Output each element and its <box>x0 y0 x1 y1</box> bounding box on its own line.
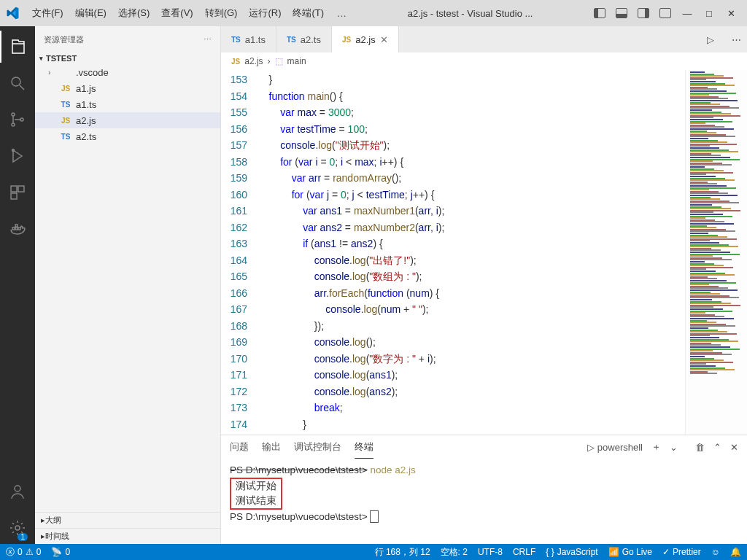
panel-tab-terminal[interactable]: 终端 <box>355 436 374 459</box>
svg-point-3 <box>20 118 23 121</box>
js-file-icon: JS <box>60 117 71 125</box>
explorer-sidebar: 资源管理器 ⋯ ▾ TSTEST ›.vscodeJSa1.jsTSa1.tsJ… <box>35 26 221 544</box>
status-bar: ⓧ 0 ⚠ 0 📡 0 行 168，列 12 空格: 2 UTF-8 CRLF … <box>0 544 747 560</box>
layout-left-icon[interactable] <box>589 4 610 22</box>
activity-settings[interactable]: 1 <box>0 512 35 544</box>
svg-rect-5 <box>11 186 17 192</box>
cube-icon: ⬚ <box>275 56 283 66</box>
file-item[interactable]: TSa1.ts <box>35 96 220 112</box>
timeline-section[interactable]: ▸时间线 <box>35 528 220 544</box>
activity-docker[interactable] <box>0 213 35 245</box>
tab-close-icon[interactable]: ✕ <box>380 34 388 45</box>
svg-rect-8 <box>12 228 15 230</box>
window-title: a2.js - tstest - Visual Studio ... <box>354 8 587 19</box>
terminal-highlight-box: 测试开始 测试结束 <box>230 478 282 510</box>
status-cursor[interactable]: 行 168，列 12 <box>375 546 430 559</box>
ts-file-icon: TS <box>60 133 71 141</box>
activity-extensions[interactable] <box>0 176 35 209</box>
sidebar-more-icon[interactable]: ⋯ <box>204 35 212 44</box>
file-item[interactable]: TSa2.ts <box>35 128 220 144</box>
svg-point-13 <box>15 526 20 530</box>
editor-tab[interactable]: TSa1.ts <box>221 26 276 52</box>
window-minimize[interactable]: — <box>677 4 697 22</box>
svg-rect-10 <box>18 228 20 230</box>
title-bar: 文件(F)编辑(E)选择(S)查看(V)转到(G)运行(R)终端(T) … a2… <box>0 0 747 26</box>
status-ports[interactable]: 📡 0 <box>51 547 70 557</box>
ts-file-icon: TS <box>287 36 296 44</box>
menu-overflow[interactable]: … <box>333 8 351 19</box>
svg-point-12 <box>15 486 20 491</box>
settings-badge: 1 <box>18 533 28 541</box>
menu-item[interactable]: 运行(R) <box>243 4 287 23</box>
panel-tab-output[interactable]: 输出 <box>262 436 281 458</box>
file-item[interactable]: JSa2.js <box>35 112 220 128</box>
status-golive[interactable]: 📶 Go Live <box>608 546 652 559</box>
folder-section-header[interactable]: ▾ TSTEST <box>35 52 220 64</box>
svg-rect-9 <box>15 228 18 230</box>
line-gutter: 1531541551561571581591601611621631641651… <box>221 70 258 435</box>
svg-rect-11 <box>15 225 18 227</box>
panel-tab-problems[interactable]: 问题 <box>230 436 249 458</box>
status-errors[interactable]: ⓧ 0 ⚠ 0 <box>6 546 41 559</box>
menu-item[interactable]: 转到(G) <box>199 4 244 23</box>
panel-maximize-icon[interactable]: ⌃ <box>713 442 721 453</box>
layout-custom-icon[interactable] <box>655 4 676 22</box>
terminal-kill-icon[interactable]: 🗑 <box>695 442 705 453</box>
terminal-body[interactable]: PS D:\mysetup\vuecode\tstest> node a2.js… <box>221 459 747 544</box>
vscode-logo-icon <box>6 7 19 20</box>
status-spaces[interactable]: 空格: 2 <box>441 546 468 559</box>
status-language[interactable]: { } JavaScript <box>546 546 597 559</box>
status-bell-icon[interactable]: 🔔 <box>730 546 741 559</box>
activity-bar: 1 <box>0 26 35 544</box>
menu-item[interactable]: 选择(S) <box>112 4 155 23</box>
svg-rect-6 <box>18 186 24 192</box>
status-eol[interactable]: CRLF <box>513 546 535 559</box>
ts-file-icon: TS <box>231 36 241 44</box>
status-prettier[interactable]: ✓ Prettier <box>662 546 701 559</box>
editor-tab[interactable]: TSa2.ts <box>276 26 332 52</box>
menu-item[interactable]: 终端(T) <box>287 4 330 23</box>
bottom-panel: 问题 输出 调试控制台 终端 ▷ powershell ＋ ⌄ 🗑 ⌃ ✕ PS… <box>221 435 747 544</box>
js-file-icon: JS <box>231 58 240 66</box>
editor-tab[interactable]: JSa2.js✕ <box>332 26 399 52</box>
menu-item[interactable]: 查看(V) <box>155 4 198 23</box>
layout-bottom-icon[interactable] <box>611 4 632 22</box>
window-maximize[interactable]: □ <box>699 4 719 22</box>
activity-run[interactable] <box>0 140 35 172</box>
editor-tabs: TSa1.tsTSa2.tsJSa2.js✕ ▷ ⋯ <box>221 26 747 52</box>
editor-more-icon[interactable]: ⋯ <box>732 34 741 45</box>
activity-explorer[interactable] <box>0 31 35 63</box>
terminal-cursor <box>370 510 379 523</box>
svg-point-2 <box>12 123 15 126</box>
breadcrumb[interactable]: JS a2.js › ⬚ main <box>221 52 747 70</box>
sidebar-title: 资源管理器 <box>44 34 84 45</box>
svg-point-1 <box>12 113 15 116</box>
activity-search[interactable] <box>0 67 35 99</box>
chevron-down-icon: ▾ <box>39 55 43 62</box>
menu-item[interactable]: 文件(F) <box>26 4 69 23</box>
status-encoding[interactable]: UTF-8 <box>478 546 503 559</box>
svg-rect-7 <box>11 193 17 199</box>
status-feedback-icon[interactable]: ☺ <box>711 546 720 559</box>
window-close[interactable]: ✕ <box>721 4 741 22</box>
outline-section[interactable]: ▸大纲 <box>35 512 220 528</box>
minimap[interactable] <box>685 70 747 435</box>
js-file-icon: JS <box>60 85 71 93</box>
file-item[interactable]: ›.vscode <box>35 64 220 80</box>
file-item[interactable]: JSa1.js <box>35 80 220 96</box>
editor-area: TSa1.tsTSa2.tsJSa2.js✕ ▷ ⋯ JS a2.js › ⬚ … <box>221 26 747 544</box>
terminal-split-dropdown-icon[interactable]: ⌄ <box>670 442 678 453</box>
panel-close-icon[interactable]: ✕ <box>730 442 738 453</box>
terminal-new-icon[interactable]: ＋ <box>651 440 661 454</box>
panel-tab-debug[interactable]: 调试控制台 <box>294 436 341 458</box>
layout-right-icon[interactable] <box>633 4 654 22</box>
menu-item[interactable]: 编辑(E) <box>69 4 112 23</box>
js-file-icon: JS <box>342 36 351 44</box>
activity-scm[interactable] <box>0 104 35 136</box>
run-icon[interactable]: ▷ <box>707 34 714 45</box>
activity-account[interactable] <box>0 475 35 508</box>
ts-file-icon: TS <box>60 101 71 109</box>
terminal-profile[interactable]: ▷ powershell <box>587 442 643 453</box>
code-editor[interactable]: } function main() { var max = 3000; var … <box>258 70 685 435</box>
svg-point-0 <box>12 77 20 86</box>
